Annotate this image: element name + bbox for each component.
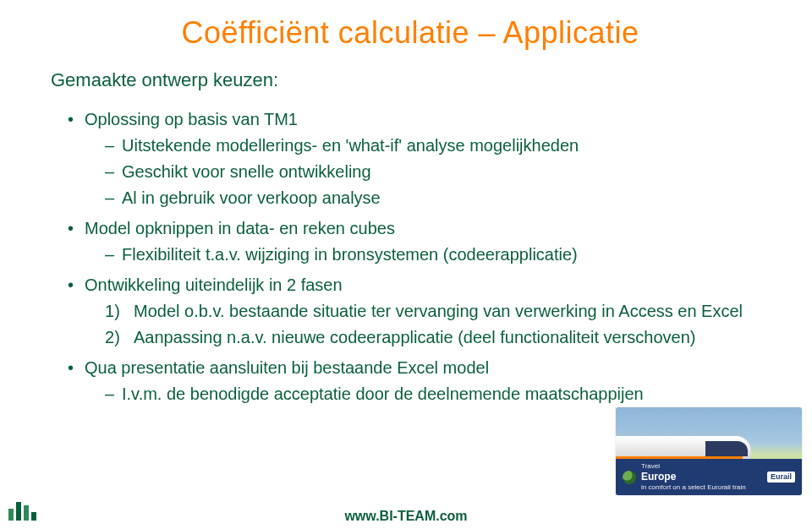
list-item: Model opknippen in data- en reken cubes … bbox=[68, 215, 770, 267]
promo-line2: Europe bbox=[641, 471, 746, 483]
eurail-badge: Eurail bbox=[767, 472, 795, 483]
bullet-list: Oplossing op basis van TM1 Uitstekende m… bbox=[51, 106, 770, 406]
list-item: Uitstekende modellerings- en 'what-if' a… bbox=[105, 134, 770, 158]
sublist: Flexibiliteit t.a.v. wijziging in bronsy… bbox=[85, 243, 770, 267]
list-item-label: Oplossing op basis van TM1 bbox=[85, 110, 298, 128]
list-item: Qua presentatie aansluiten bij bestaande… bbox=[68, 355, 770, 406]
slide: Coëfficiënt calculatie – Applicatie Gema… bbox=[0, 0, 812, 529]
list-item-label: Qua presentatie aansluiten bij bestaande… bbox=[85, 358, 489, 377]
list-item: Al in gebruik voor verkoop analyse bbox=[105, 186, 770, 210]
promo-image: Travel Europe in comfort on a select Eur… bbox=[616, 407, 802, 495]
list-item: Geschikt voor snelle ontwikkeling bbox=[105, 160, 770, 184]
promo-text: Travel Europe in comfort on a select Eur… bbox=[641, 462, 746, 492]
list-item-label: Ontwikkeling uiteindelijk in 2 fasen bbox=[85, 275, 343, 294]
list-item: Ontwikkeling uiteindelijk in 2 fasen Mod… bbox=[68, 272, 770, 350]
section-subheading: Gemaakte ontwerp keuzen: bbox=[51, 69, 770, 91]
list-item: Model o.b.v. bestaande situatie ter verv… bbox=[105, 299, 770, 324]
promo-line1: Travel bbox=[641, 462, 746, 471]
list-item: Aanpassing n.a.v. nieuwe codeerapplicati… bbox=[105, 325, 770, 350]
list-item: I.v.m. de benodigde acceptatie door de d… bbox=[105, 382, 770, 406]
list-item-label: Model opknippen in data- en reken cubes bbox=[85, 219, 395, 237]
promo-line3: in comfort on a select Eurorail train bbox=[641, 483, 746, 492]
globe-icon bbox=[623, 471, 636, 484]
list-item: Flexibiliteit t.a.v. wijziging in bronsy… bbox=[105, 243, 770, 267]
promo-caption: Travel Europe in comfort on a select Eur… bbox=[616, 459, 802, 495]
page-title: Coëfficiënt calculatie – Applicatie bbox=[51, 15, 770, 51]
numbered-sublist: Model o.b.v. bestaande situatie ter verv… bbox=[85, 299, 770, 350]
list-item: Oplossing op basis van TM1 Uitstekende m… bbox=[68, 106, 770, 210]
sublist: Uitstekende modellerings- en 'what-if' a… bbox=[85, 134, 770, 210]
sublist: I.v.m. de benodigde acceptatie door de d… bbox=[85, 382, 770, 406]
footer-url: www.BI-TEAM.com bbox=[0, 509, 812, 524]
